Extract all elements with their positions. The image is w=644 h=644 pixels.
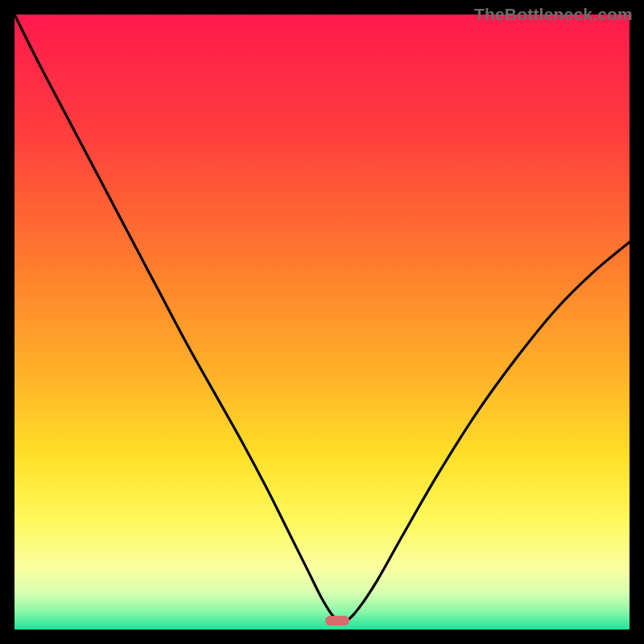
- watermark-text: TheBottleneck.com: [474, 5, 633, 24]
- background-gradient: [14, 14, 630, 630]
- svg-rect-0: [14, 14, 630, 630]
- plot-area: [14, 14, 630, 630]
- chart-frame: TheBottleneck.com: [0, 0, 644, 644]
- optimal-point-marker: [325, 616, 349, 625]
